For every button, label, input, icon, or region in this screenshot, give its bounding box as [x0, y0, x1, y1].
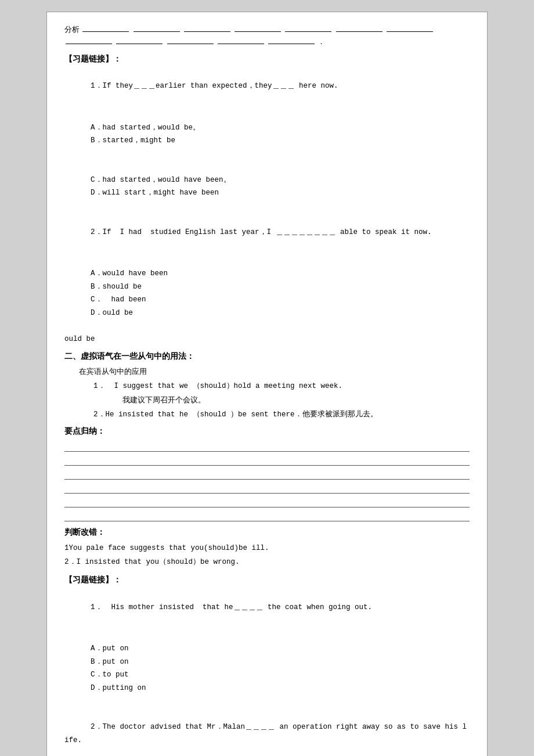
q1-options-cd: C．had started，would have been。 D．will st… [64, 160, 470, 213]
q1-d: D．will start，might have been [91, 189, 219, 197]
blank4 [234, 31, 281, 32]
question-2: 2．If I had studied English last year，I ＿… [64, 213, 470, 252]
panduan-2: 2．I insisted that you（should）be wrong. [64, 556, 470, 569]
top-label: 分析 [64, 25, 80, 34]
q2-text: 2．If I had studied English last year，I ＿… [91, 228, 432, 236]
q1-text: 1．If they＿＿＿earlier than expected，they＿＿… [91, 82, 338, 90]
section3-title: 【习题链接】： [64, 574, 470, 586]
fill-line-5 [64, 497, 470, 507]
q1-options: A．had started，would be。 B．started，might … [64, 108, 470, 160]
section2-title: 二、虚拟语气在一些从句中的用法： [64, 350, 470, 363]
blank1 [82, 31, 129, 32]
panduan-title: 判断改错： [64, 526, 470, 539]
panduan-section: 判断改错： 1You pale face suggests that you(s… [64, 526, 470, 568]
question-3: 1． His mother insisted that he＿＿＿＿ the c… [64, 588, 470, 627]
q4-text: 2．The doctor advised that Mr．Malan＿＿＿＿ a… [64, 723, 467, 744]
q2-d: D．ould be [91, 309, 133, 317]
q2-d-overflow: ould be [64, 333, 470, 346]
section2: 二、虚拟语气在一些从句中的用法： 在宾语从句中的应用 1． I suggest … [64, 350, 470, 521]
yaodian-label: 要点归纳： [64, 425, 470, 438]
q2-a: A．would have been [91, 269, 168, 278]
blank5 [285, 31, 331, 32]
blank3 [184, 31, 230, 32]
q1-c: C．had started，would have been。 [91, 176, 231, 184]
q3-options: A．put on B．put on C．to put D．putting on [64, 629, 470, 708]
top-section: 分析 ． [64, 24, 470, 48]
panduan-1: 1You pale face suggests that you(should)… [64, 542, 470, 555]
blank7 [387, 31, 433, 32]
question-1: 1．If they＿＿＿earlier than expected，they＿＿… [64, 67, 470, 106]
fill-line-4 [64, 483, 470, 494]
blank10 [167, 44, 214, 44]
fill-line-2 [64, 455, 470, 466]
q3-c: C．to put [91, 671, 129, 679]
q2-options: A．would have been B．should be C． had bee… [64, 254, 470, 333]
example1: 1． I suggest that we （should）hold a meet… [64, 380, 470, 393]
q1-b: B．started，might be [91, 136, 175, 145]
q2-c: C． had been [91, 296, 146, 304]
liti-section-3: 【习题链接】： 1． His mother insisted that he＿＿… [64, 574, 470, 756]
blank2 [134, 31, 180, 32]
q3-b: B．put on [91, 658, 129, 666]
q2-b: B．should be [91, 283, 142, 291]
example2: 2．He insisted that he （should ）be sent t… [64, 408, 470, 422]
blank8 [66, 44, 112, 44]
q1-a: A．had started，would be。 [91, 124, 200, 132]
q3-d: D．putting on [91, 684, 146, 692]
fill-area-1 [64, 441, 470, 521]
q3-a: A．put on [91, 645, 129, 653]
blank6 [336, 31, 383, 32]
question-4: 2．The doctor advised that Mr．Malan＿＿＿＿ a… [64, 708, 470, 756]
blank11 [218, 44, 264, 44]
liti-section-1: 【习题链接】： 1．If they＿＿＿earlier than expecte… [64, 53, 470, 346]
fill-line-6 [64, 511, 470, 521]
example1-cn: 我建议下周召开个会议。 [64, 394, 470, 408]
fill-line-1 [64, 441, 470, 452]
q3-text: 1． His mother insisted that he＿＿＿＿ the c… [91, 603, 372, 611]
blank9 [116, 44, 163, 44]
blank12 [268, 44, 315, 44]
section1-title: 【习题链接】： [64, 53, 470, 66]
subsection2-1: 在宾语从句中的应用 [64, 366, 470, 379]
fill-line-3 [64, 469, 470, 480]
page-container: 分析 ． 【习题链接】： 1．If they＿＿＿earlier than ex… [46, 12, 488, 756]
